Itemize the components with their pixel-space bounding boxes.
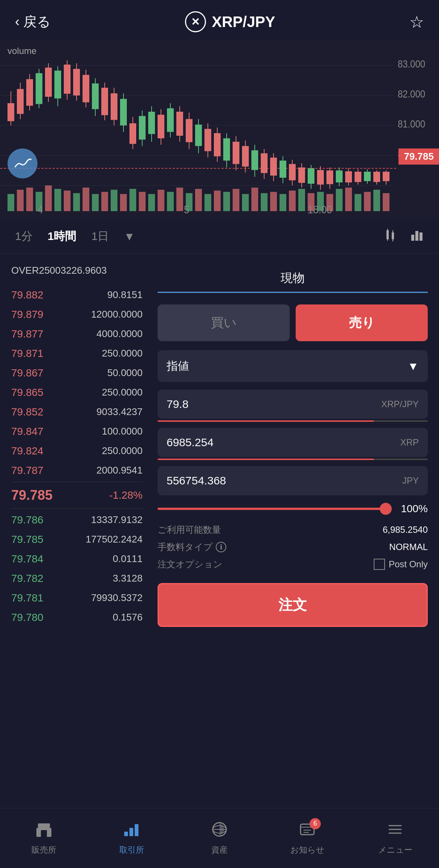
svg-rect-47 bbox=[383, 193, 389, 211]
price-chart[interactable]: volume bbox=[0, 40, 439, 220]
svg-rect-36 bbox=[280, 194, 286, 211]
post-only-option[interactable]: Post Only bbox=[374, 559, 428, 570]
svg-rect-37 bbox=[289, 190, 296, 211]
slider-thumb[interactable] bbox=[380, 503, 392, 515]
svg-rect-113 bbox=[308, 168, 314, 184]
tf-1hour[interactable]: 1時間 bbox=[48, 229, 77, 244]
bid-row: 79.781 79930.5372 bbox=[11, 588, 143, 608]
svg-rect-19 bbox=[120, 194, 127, 211]
svg-rect-32 bbox=[242, 194, 249, 211]
price-unit: XRP/JPY bbox=[381, 399, 419, 409]
svg-rect-23 bbox=[158, 190, 164, 211]
svg-rect-15 bbox=[83, 187, 89, 211]
svg-rect-51 bbox=[17, 89, 24, 114]
svg-rect-55 bbox=[36, 73, 42, 104]
svg-rect-46 bbox=[373, 190, 380, 211]
fee-label: 手数料タイプ ℹ bbox=[158, 541, 226, 553]
svg-rect-13 bbox=[64, 190, 71, 211]
account-id: OVER25003226.9603 bbox=[11, 265, 143, 276]
tf-1min[interactable]: 1分 bbox=[15, 229, 33, 244]
svg-rect-11 bbox=[45, 186, 52, 211]
svg-rect-42 bbox=[336, 189, 343, 211]
back-button[interactable]: ‹ 戻る bbox=[15, 13, 51, 31]
svg-rect-77 bbox=[139, 116, 146, 139]
jpy-input[interactable]: 556754.368 JPY bbox=[158, 466, 428, 495]
svg-rect-91 bbox=[204, 129, 211, 151]
ask-list: 79.882 90.8151 79.879 12000.0000 79.877 … bbox=[11, 285, 143, 480]
svg-rect-75 bbox=[129, 123, 136, 144]
svg-rect-140 bbox=[392, 232, 394, 239]
svg-rect-105 bbox=[270, 157, 277, 175]
price-input-indicator bbox=[158, 420, 428, 422]
svg-text:4: 4 bbox=[38, 203, 43, 216]
available-value: 6,985.2540 bbox=[383, 525, 428, 535]
svg-rect-143 bbox=[411, 235, 414, 241]
nav-item-menu[interactable]: メニュー bbox=[351, 817, 439, 859]
price-input[interactable]: 79.8 XRP/JPY bbox=[158, 390, 428, 419]
svg-text:82.000: 82.000 bbox=[398, 88, 425, 100]
nav-item-assets[interactable]: 資産 bbox=[176, 817, 263, 859]
svg-rect-145 bbox=[419, 232, 422, 241]
chart-indicator-button[interactable] bbox=[8, 148, 38, 178]
nav-item-store[interactable]: 販売所 bbox=[0, 817, 88, 859]
slider-track bbox=[158, 508, 392, 510]
svg-rect-59 bbox=[54, 70, 61, 98]
svg-rect-103 bbox=[261, 153, 268, 173]
exchange-icon bbox=[123, 821, 141, 841]
ask-row: 79.865 250.0000 bbox=[11, 383, 143, 402]
assets-icon bbox=[210, 821, 229, 841]
svg-rect-31 bbox=[233, 189, 239, 211]
ask-row: 79.824 250.0000 bbox=[11, 441, 143, 461]
sell-button[interactable]: 売り bbox=[296, 304, 428, 341]
svg-rect-45 bbox=[364, 192, 371, 211]
back-label: 戻る bbox=[23, 13, 51, 31]
star-icon: ☆ bbox=[409, 13, 424, 31]
order-type-dropdown[interactable]: 指値 ▼ bbox=[158, 350, 428, 382]
chart-type-icons bbox=[383, 227, 424, 246]
favorite-button[interactable]: ☆ bbox=[409, 12, 424, 31]
timeframe-bar: 1分 1時間 1日 ▼ bbox=[0, 220, 439, 253]
svg-rect-35 bbox=[270, 192, 277, 211]
svg-rect-73 bbox=[120, 99, 127, 126]
candlestick-icon[interactable] bbox=[383, 227, 398, 246]
ask-row: 79.867 50.0000 bbox=[11, 363, 143, 383]
tf-1day[interactable]: 1日 bbox=[91, 229, 109, 244]
svg-rect-18 bbox=[111, 190, 117, 211]
order-book: OVER25003226.9603 79.882 90.8151 79.879 … bbox=[0, 265, 150, 627]
svg-rect-149 bbox=[124, 832, 128, 836]
available-qty-row: ご利用可能数量 6,985.2540 bbox=[158, 524, 428, 536]
svg-rect-34 bbox=[261, 193, 268, 211]
svg-rect-81 bbox=[158, 115, 164, 138]
main-content: OVER25003226.9603 79.882 90.8151 79.879 … bbox=[0, 253, 439, 639]
mid-price: 79.785 bbox=[11, 487, 53, 503]
svg-rect-150 bbox=[129, 828, 133, 836]
ask-row: 79.877 4000.0000 bbox=[11, 324, 143, 344]
tf-dropdown[interactable]: ▼ bbox=[124, 230, 135, 243]
svg-rect-125 bbox=[364, 172, 371, 181]
bar-chart-icon[interactable] bbox=[409, 227, 424, 246]
svg-rect-61 bbox=[64, 64, 71, 94]
svg-text:18:00: 18:00 bbox=[308, 203, 332, 216]
svg-rect-16 bbox=[92, 194, 99, 211]
tab-spot[interactable]: 現物 bbox=[158, 265, 428, 293]
fee-info-icon[interactable]: ℹ bbox=[216, 542, 226, 552]
svg-rect-25 bbox=[176, 187, 183, 211]
slider-percentage: 100% bbox=[398, 503, 428, 515]
submit-order-button[interactable]: 注文 bbox=[158, 583, 428, 627]
nav-item-exchange[interactable]: 取引所 bbox=[88, 817, 176, 859]
back-arrow-icon: ‹ bbox=[15, 14, 20, 30]
svg-rect-85 bbox=[176, 112, 183, 136]
nav-item-notifications[interactable]: 6 お知らせ bbox=[263, 817, 351, 859]
amount-slider[interactable]: 100% bbox=[158, 503, 428, 515]
buy-button[interactable]: 買い bbox=[158, 304, 290, 341]
post-only-checkbox[interactable] bbox=[374, 559, 385, 570]
svg-rect-115 bbox=[317, 170, 324, 184]
svg-text:5: 5 bbox=[184, 203, 189, 216]
pair-label: XRP/JPY bbox=[212, 13, 275, 30]
svg-rect-67 bbox=[92, 84, 99, 109]
nav-label-menu: メニュー bbox=[378, 844, 412, 856]
current-price-badge: 79.785 bbox=[398, 148, 439, 165]
ask-row: 79.871 250.0000 bbox=[11, 344, 143, 363]
svg-rect-33 bbox=[251, 187, 258, 211]
qty-input[interactable]: 6985.254 XRP bbox=[158, 428, 428, 457]
